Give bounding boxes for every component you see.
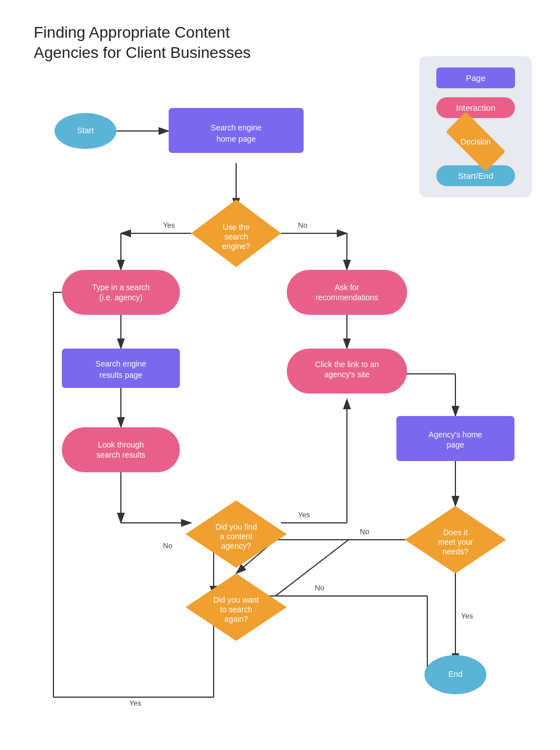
- look-label-1: Look through: [98, 440, 144, 449]
- label-yes-1: Yes: [163, 221, 175, 229]
- meet-label-2: meet your: [438, 537, 473, 546]
- ask-reco-label-2: recommendations: [315, 293, 378, 302]
- use-search-label-2: search: [224, 232, 248, 241]
- arrow-meet-no-left2: [276, 540, 349, 596]
- find-label-2: a content: [220, 532, 252, 541]
- find-label-3: agency?: [222, 541, 251, 550]
- results-label-2: results page: [100, 371, 142, 379]
- agency-label-2: page: [446, 440, 464, 449]
- start-label: Start: [77, 126, 94, 135]
- use-search-label-3: engine?: [222, 242, 250, 251]
- type-search-label-2: (i.e. agency): [99, 293, 142, 302]
- search-engine-home-label-1: Search engine: [211, 123, 262, 132]
- meet-label-3: needs?: [442, 547, 468, 556]
- flowchart-svg: Yes No Yes No Yes Yes No No: [0, 0, 560, 750]
- label-no-2: No: [163, 541, 173, 550]
- end-label: End: [449, 670, 463, 679]
- click-label-1: Click the link to an: [315, 360, 379, 369]
- again-label-2: to search: [220, 605, 252, 614]
- look-label-2: search results: [96, 450, 145, 459]
- results-label-1: Search engine: [96, 359, 147, 368]
- label-yes-2: Yes: [298, 510, 310, 519]
- search-engine-home-label-2: home page: [216, 134, 256, 143]
- again-label-3: again?: [224, 615, 248, 624]
- meet-label-1: Does it: [443, 528, 468, 537]
- label-no-1: No: [298, 221, 308, 229]
- ask-reco-label-1: Ask for: [335, 283, 359, 292]
- again-label-1: Did you want: [214, 595, 259, 604]
- label-yes-3: Yes: [461, 612, 473, 620]
- label-yes-bottom: Yes: [129, 699, 142, 707]
- label-no-meet: No: [360, 527, 369, 536]
- click-label-2: agency's site: [324, 370, 370, 379]
- agency-label-1: Agency's home: [428, 430, 482, 439]
- find-label-1: Did you find: [215, 522, 257, 531]
- label-no-3: No: [315, 584, 324, 592]
- use-search-label-1: Use the: [223, 223, 250, 232]
- results-page-shape: [62, 349, 180, 388]
- type-search-label-1: Type in a search: [92, 283, 150, 292]
